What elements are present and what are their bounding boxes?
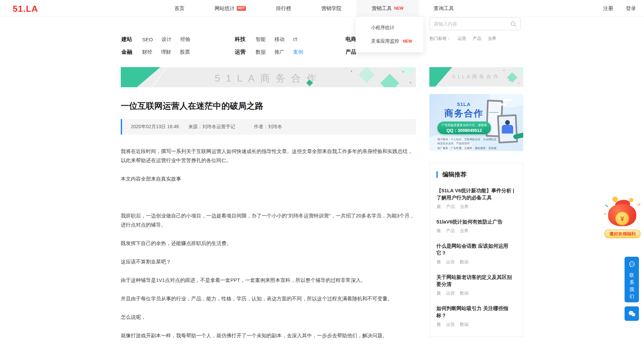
category-link-experience[interactable]: 经验	[180, 36, 191, 43]
category-link-design[interactable]: 设计	[162, 36, 172, 43]
article-paragraph: 既发挥下自己的余热，还能赚点辞职后的生活费。	[121, 239, 416, 248]
tag-link[interactable]: 数据	[460, 259, 469, 265]
tag-link[interactable]: 数据	[460, 290, 469, 296]
nav-item-marketing-tools[interactable]: 营销工具 NEW	[357, 0, 419, 17]
article-paragraph: 并且由于每位学员从事的行业，产品，能力，性格，学历，认知，表达方面的不同，所以这…	[121, 294, 416, 303]
bookmark-icon	[436, 322, 441, 327]
nav-label: 营销学院	[321, 0, 341, 17]
nav-item-query-tools[interactable]: 查询工具	[419, 0, 469, 17]
nav-label: 查询工具	[434, 0, 454, 17]
category-link-mobile[interactable]: 移动	[274, 36, 284, 43]
nav-label: 首页	[174, 0, 184, 17]
tag-link[interactable]: 运营	[446, 259, 455, 265]
category-link-cases-active[interactable]: 案例	[293, 49, 303, 55]
recommend-item-tags: 产品 业界	[436, 228, 516, 234]
category-link-stocks[interactable]: 股票	[180, 49, 190, 55]
banner-dot	[503, 70, 504, 71]
recommend-item-title[interactable]: 51laV6统计如何有效防止广告	[436, 218, 516, 225]
recommend-item-tags: 运营 数据	[436, 322, 516, 327]
dropdown-item-miniprogram-stats[interactable]: 小程序统计	[356, 21, 423, 34]
category-link-ai[interactable]: 智能	[256, 36, 266, 43]
recommend-item-title[interactable]: 什么是网站会话数 应该如何运用它？	[436, 242, 516, 256]
article-paragraph: 怎么说呢，	[121, 312, 416, 321]
recommend-title: 编辑推荐	[442, 170, 467, 179]
article-date: 2020年02月13日 16:46	[131, 124, 179, 130]
dropdown-label: 小程序统计	[371, 25, 394, 30]
wechat-button[interactable]	[625, 306, 639, 321]
recommend-item: 关于网站新老访客的定义及其区别要分清 运营 数据	[436, 273, 516, 296]
category-link-data[interactable]: 数据	[256, 49, 266, 55]
banner-dot	[402, 71, 404, 72]
confetti-shape	[637, 203, 641, 206]
search-icon[interactable]	[510, 21, 517, 29]
dropdown-item-lingque-monitor[interactable]: 灵雀应用监控 NEW	[356, 34, 423, 48]
nav-item-marketing-academy[interactable]: 营销学院	[306, 0, 357, 17]
article-source: 来源：刘玮冬运营手记	[188, 124, 235, 130]
nav-item-site-stats[interactable]: 网站统计 HOT	[200, 0, 261, 17]
business-coop-banner-wide[interactable]: 51LA商务合作	[121, 67, 416, 87]
category-link-caijing[interactable]: 财经	[142, 49, 152, 55]
hot-tag-chanpin[interactable]: 产品	[473, 36, 481, 42]
recommend-item-title[interactable]: 关于网站新老访客的定义及其区别要分清	[436, 273, 516, 288]
article-author: 作者：刘玮冬	[254, 124, 282, 130]
bookmark-icon	[436, 291, 441, 296]
bookmark-icon	[436, 229, 441, 234]
hot-tags-row: 热门标签： 运营 产品 业界	[429, 36, 521, 42]
hot-tag-yejie[interactable]: 业界	[488, 36, 496, 42]
coin-icon	[629, 198, 633, 202]
recommend-header: 编辑推荐	[436, 170, 516, 179]
banner-dot	[410, 82, 411, 83]
search-input[interactable]	[430, 18, 520, 30]
article-title: 一位互联网运营人在迷茫中的破局之路	[121, 100, 416, 111]
nav-item-home[interactable]: 首页	[159, 0, 200, 17]
search-area: 热门标签： 运营 产品 业界	[429, 17, 521, 42]
tag-link[interactable]: 数据	[460, 321, 469, 328]
category-head-tech[interactable]: 科技	[235, 36, 256, 43]
tag-link[interactable]: 运营	[446, 290, 455, 296]
bookmark-icon	[436, 204, 441, 209]
category-link-it[interactable]: IT	[293, 37, 298, 42]
category-group-tech: 科技 智能 移动 IT 运营 数据 推广 案例	[235, 33, 312, 58]
promo-person-illustration	[505, 120, 510, 125]
tag-link[interactable]: 产品	[446, 204, 455, 210]
register-link[interactable]: 注册	[603, 5, 613, 12]
article-paragraph: 我将在近段时间，撰写一系列关于互联网运营人如何快速成长的指导性文章。这些文章全部…	[121, 147, 416, 165]
tag-link[interactable]: 业界	[460, 204, 469, 210]
category-link-licai[interactable]: 理财	[161, 49, 171, 55]
recommend-item-title[interactable]: 如何判断网站吸引力 关注哪些指标？	[436, 305, 516, 319]
tag-link[interactable]: 运营	[446, 321, 455, 328]
chat-bubble-icon	[628, 261, 636, 268]
business-coop-promo-ad[interactable]: 51LA 商务合作 广告投放及更多合作方式，请联系 QQ：3008049512 …	[429, 94, 523, 151]
category-link-seo[interactable]: SEO	[142, 37, 153, 42]
category-head-finance[interactable]: 金融	[121, 49, 142, 56]
promo-mark-shape	[502, 99, 513, 101]
promo-pill-line1: 广告投放及更多合作方式，请联系	[437, 121, 491, 128]
category-head-jianzhan[interactable]: 建站	[121, 36, 142, 43]
confetti-shape	[605, 204, 608, 207]
hot-badge: HOT	[237, 6, 246, 11]
hot-tag-yunying[interactable]: 运营	[458, 36, 466, 42]
red-packet-label: 邀好友领福利	[604, 230, 641, 238]
login-link[interactable]: 登录	[626, 5, 636, 12]
article-paragraph: 由于这种辅导是1V1点对点的跟进，不是拿着一套PPT，一套案例来照本宣科，所以整…	[121, 276, 416, 285]
contact-us-button[interactable]: 联系我们	[625, 257, 639, 302]
recommend-item-title[interactable]: 【51LA V6统计新功能】事件分析 | 了解用户行为的必备工具	[436, 187, 516, 201]
tag-link[interactable]: 产品	[446, 228, 455, 234]
category-link-promotion[interactable]: 推广	[274, 49, 284, 55]
main-nav: 首页 网站统计 HOT 排行榜 营销学院 营销工具 NEW 查询工具	[159, 0, 469, 17]
recommend-item-tags: 产品 业界	[436, 204, 516, 209]
tag-link[interactable]: 业界	[460, 228, 469, 234]
site-logo[interactable]: 51.LA	[13, 4, 38, 14]
business-coop-banner-small[interactable]: 51LA商务合作	[429, 67, 523, 87]
invite-friends-reward-widget[interactable]: ¥ 邀好友领福利	[604, 197, 641, 242]
promo-service-note: 推广服务：广告联盟、云服务、建站服务、营销服务等	[437, 146, 498, 151]
new-badge: NEW	[403, 39, 412, 44]
promo-mark-shape	[499, 103, 506, 106]
recommend-item: 51laV6统计如何有效防止广告 产品 业界	[436, 218, 516, 234]
banner-dot	[351, 70, 352, 72]
banner-dot	[518, 83, 519, 84]
nav-item-ranking[interactable]: 排行榜	[261, 0, 306, 17]
category-head-operation[interactable]: 运营	[235, 49, 256, 56]
article-column: 一位互联网运营人在迷茫中的破局之路 2020年02月13日 16:46 来源：刘…	[121, 87, 416, 349]
confetti-shape	[604, 213, 607, 215]
